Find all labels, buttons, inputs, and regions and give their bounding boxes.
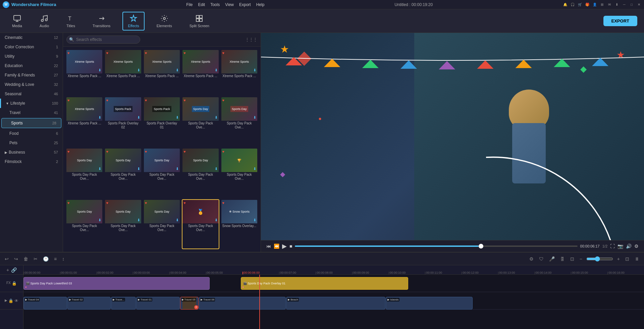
zoom-slider[interactable] xyxy=(586,256,613,262)
effect-item-12[interactable]: Sports Day ♥ ⬇ Sports Day Pack Ove... xyxy=(143,148,180,198)
progress-bar[interactable] xyxy=(295,245,577,247)
effect-item-14[interactable]: 🏆 ♥ ⬇ Sports Day Pack Ove... xyxy=(221,148,258,198)
effect-item-3[interactable]: Xtreme Sports ♥ ⬇ Xtreme Sports Pack ... xyxy=(182,49,219,95)
track-lock-icon2[interactable]: 🔒 xyxy=(8,298,13,303)
minimize-button[interactable]: ─ xyxy=(622,2,627,7)
effect-item-6[interactable]: Sports Pack ♥ ⬇ Sports Pack Overlay 02 xyxy=(104,97,142,147)
menu-file[interactable]: File xyxy=(186,2,193,7)
effect-item-5[interactable]: Xtreme Sports ♥ ⬇ Xtreme Sports Pack ... xyxy=(66,97,103,147)
clip-islands[interactable]: ▶ Islands xyxy=(386,297,473,310)
clip-travel04[interactable]: ▶ Travel 04 xyxy=(23,297,67,310)
sidebar-item-seasonal[interactable]: Seasonal 46 xyxy=(0,89,63,99)
user-icon[interactable]: 👤 xyxy=(592,2,597,7)
effect-item-13[interactable]: Sports Day ♥ ⬇ Sports Day Pack Ove... xyxy=(182,148,219,198)
gift-icon[interactable]: 🎁 xyxy=(585,2,590,7)
delete-button[interactable]: 🗑 xyxy=(22,255,30,263)
cart-icon[interactable]: 🛒 xyxy=(578,2,582,7)
add-track-button[interactable]: + xyxy=(6,267,9,273)
layout-icon[interactable]: ⊞ xyxy=(600,2,604,7)
clip-travel01[interactable]: ▶ Travel 01 xyxy=(136,297,180,310)
effect-item-0[interactable]: Xtreme Sports ♥ ⬇ Xtreme Sports Pack ... xyxy=(66,49,103,95)
sidebar-item-business[interactable]: ▶Business 57 xyxy=(0,148,63,157)
cut-button[interactable]: ✂ xyxy=(32,255,39,263)
fullscreen-button[interactable]: ⛶ xyxy=(610,243,615,249)
media-tool[interactable]: Media xyxy=(7,12,28,31)
sidebar-item-pets[interactable]: Pets 25 xyxy=(0,138,63,148)
effect-item-19[interactable]: ❄ Snow Sports ♥ ⬇ Snow Sports Overlay... xyxy=(221,199,258,249)
shield-button[interactable]: 🛡 xyxy=(538,255,545,263)
menu-tools[interactable]: Tools xyxy=(210,2,220,7)
clip-travel02[interactable]: ▶ Travel 02 xyxy=(67,297,111,310)
sidebar-item-food[interactable]: Food 6 xyxy=(0,129,63,138)
magnet-button[interactable]: 🔗 xyxy=(11,267,17,273)
sidebar-item-filmstock[interactable]: Filmstock 2 xyxy=(0,157,63,166)
step-back-button[interactable]: ⏪ xyxy=(274,243,279,249)
sidebar-item-family[interactable]: Family & Friends 27 xyxy=(0,70,63,80)
adjust-button[interactable]: 🎛 xyxy=(559,255,566,263)
caption-button[interactable]: ⊡ xyxy=(569,255,576,263)
sidebar-item-travel[interactable]: Travel 41 xyxy=(0,108,63,117)
sidebar-item-education[interactable]: Education 22 xyxy=(0,61,63,70)
menu-help[interactable]: Help xyxy=(256,2,265,7)
grid-icon[interactable]: ⋮⋮⋮ xyxy=(245,37,257,42)
audio-tool[interactable]: Audio xyxy=(34,12,54,31)
properties-button[interactable]: ≡ xyxy=(53,255,58,263)
effect-item-2[interactable]: Xtreme Sports ♥ ⬇ Xtreme Sports Pack ... xyxy=(143,49,180,95)
maximize-button[interactable]: □ xyxy=(629,2,634,7)
zoom-out-button[interactable]: − xyxy=(578,255,584,263)
close-button[interactable]: ✕ xyxy=(637,2,641,7)
effect-item-11[interactable]: Sports Day ♥ ⬇ Sports Day Pack Ove... xyxy=(104,148,142,198)
clip-beach[interactable]: ▶ Beach xyxy=(286,297,385,310)
headphone-icon[interactable]: 🎧 xyxy=(570,2,575,7)
effect-item-17[interactable]: Sports Day ♥ ⬇ Sports Day Pack Ove... xyxy=(143,199,180,249)
effect-item-18[interactable]: 🏅 ♥ ⬇ Sports Day Pack Ove... xyxy=(182,199,219,249)
volume-button[interactable]: 🔊 xyxy=(626,243,632,249)
clip-overlay[interactable]: 🎬 Sports Day Pack Overlay 01 ♥ xyxy=(241,277,409,290)
split-audio-button[interactable]: ↕ xyxy=(61,255,66,263)
effect-item-9[interactable]: Sports Day ♥ ⬇ Sports Day Pack Ove... xyxy=(221,97,258,147)
sidebar-item-cinematic[interactable]: Cinematic 12 xyxy=(0,33,63,42)
effect-item-15[interactable]: Sports Day ♥ ⬇ Sports Day Pack Ove... xyxy=(66,199,103,249)
track-lock-icon[interactable]: 🔒 xyxy=(12,281,17,286)
download-icon[interactable]: ⬇ xyxy=(614,2,619,7)
effect-item-1[interactable]: Xtreme Sports ♥ ⬇ Xtreme Sports Pack ... xyxy=(104,49,142,95)
clip-travel06[interactable]: ▶ Travel 06 xyxy=(199,297,286,310)
menu-export[interactable]: Export xyxy=(239,2,251,7)
sidebar-item-color-correction[interactable]: Color Correction 1 xyxy=(0,42,63,52)
clip-lowerthird[interactable]: 🎬 Sports Day Pack Lowerthird 03 ♥ xyxy=(23,277,210,290)
effect-item-16[interactable]: Sports Day ♥ ⬇ Sports Day Pack Ove... xyxy=(104,199,142,249)
titles-tool[interactable]: T Titles xyxy=(61,12,80,31)
effect-item-4[interactable]: Xtreme Sports ♥ ⬇ Xtreme Sports Pack ... xyxy=(221,49,258,95)
clip-travel05[interactable]: ✕ ▶ Travel 05 xyxy=(180,297,199,310)
history-button[interactable]: 🕐 xyxy=(42,255,50,263)
menu-view[interactable]: View xyxy=(225,2,234,7)
effect-item-7[interactable]: Sports Pack ♥ ⬇ Sports Pack Overlay 01 xyxy=(143,97,180,147)
play-prev-button[interactable]: ⏮ xyxy=(266,243,271,249)
search-input[interactable] xyxy=(66,36,140,44)
elements-tool[interactable]: Elements xyxy=(151,12,177,31)
notification-icon[interactable]: 🔔 xyxy=(563,2,568,7)
effects-tool[interactable]: Effects xyxy=(122,12,144,31)
redo-button[interactable]: ↪ xyxy=(13,255,19,263)
split-screen-tool[interactable]: Split Screen xyxy=(184,12,215,31)
sidebar-item-wedding[interactable]: Wedding & Love 32 xyxy=(0,80,63,89)
track-eye-icon[interactable]: 👁 xyxy=(14,298,18,303)
sidebar-item-sports[interactable]: Sports 28 xyxy=(1,118,61,128)
zoom-in-button[interactable]: + xyxy=(616,255,621,263)
settings-button[interactable]: ⚙ xyxy=(634,243,639,249)
stop-button[interactable]: ■ xyxy=(289,243,292,249)
render-button[interactable]: ⚙ xyxy=(528,255,535,263)
menu-edit[interactable]: Edit xyxy=(198,2,205,7)
mail-icon[interactable]: ✉ xyxy=(607,2,612,7)
effect-item-8[interactable]: Sports Day ♥ ⬇ Sports Day Pack Ove... xyxy=(182,97,219,147)
sidebar-item-utility[interactable]: Utility 9 xyxy=(0,52,63,61)
mic-button[interactable]: 🎤 xyxy=(548,255,556,263)
transitions-tool[interactable]: Transitions xyxy=(87,12,116,31)
snapshot-button[interactable]: 📷 xyxy=(618,243,623,249)
play-button[interactable]: ▶ xyxy=(282,242,287,250)
pause-all-button[interactable]: ⏸ xyxy=(633,255,641,263)
fit-button[interactable]: ⊡ xyxy=(624,255,631,263)
export-button[interactable]: EXPORT xyxy=(603,16,637,26)
clip-travel[interactable]: ▶ Trave... xyxy=(111,297,136,310)
sidebar-item-lifestyle[interactable]: ▼Lifestyle 100 xyxy=(0,99,63,108)
